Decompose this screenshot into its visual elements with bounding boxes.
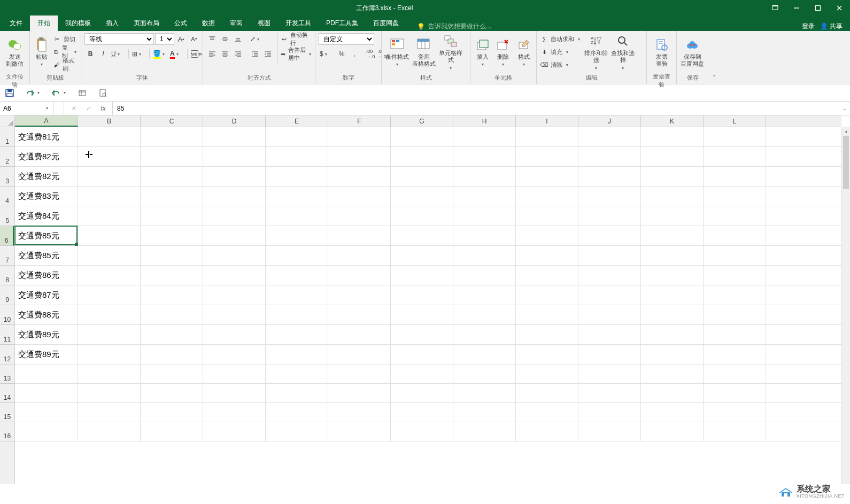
cell-F4[interactable]	[328, 187, 391, 206]
copy-button[interactable]: ⧉复制 ▾	[53, 46, 78, 58]
tab-developer[interactable]: 开发工具	[278, 15, 319, 31]
cell-C9[interactable]	[141, 285, 203, 305]
column-header-H[interactable]: H	[453, 115, 516, 127]
row-header-3[interactable]: 3	[0, 167, 14, 187]
tab-view[interactable]: 视图	[250, 15, 278, 31]
cell-K7[interactable]	[641, 246, 704, 265]
cell-F13[interactable]	[328, 365, 391, 383]
cell-G12[interactable]	[391, 345, 453, 364]
cell-L6[interactable]	[704, 226, 766, 245]
cell-L2[interactable]	[704, 147, 766, 166]
column-header-B[interactable]: B	[78, 115, 141, 127]
cell-E14[interactable]	[266, 384, 328, 402]
cell-B9[interactable]	[78, 285, 141, 305]
cell-D10[interactable]	[203, 305, 266, 324]
cell-E6[interactable]	[266, 226, 328, 245]
insert-cells-button[interactable]: 插入▾	[474, 33, 492, 72]
cell-B8[interactable]	[78, 266, 141, 285]
cell-I14[interactable]	[516, 384, 578, 402]
table-format-button[interactable]: 套用 表格格式	[412, 33, 436, 72]
cell-G5[interactable]	[391, 206, 453, 226]
cell-F14[interactable]	[328, 384, 391, 402]
cell-H2[interactable]	[453, 147, 516, 166]
cell-J3[interactable]	[578, 167, 641, 186]
column-header-E[interactable]: E	[266, 115, 328, 127]
cell-I3[interactable]	[516, 167, 578, 186]
cell-J9[interactable]	[578, 285, 641, 305]
name-box[interactable]	[0, 105, 43, 112]
cell-J15[interactable]	[578, 403, 641, 422]
delete-cells-button[interactable]: 删除▾	[494, 33, 512, 72]
cell-L1[interactable]	[704, 127, 766, 146]
font-size-select[interactable]: 14	[155, 33, 174, 45]
cell-E8[interactable]	[266, 266, 328, 285]
cell-G13[interactable]	[391, 365, 453, 383]
cells-area[interactable]: 交通费81元交通费82元交通费82元交通费83元交通费84元交通费85元交通费8…	[15, 127, 841, 484]
cell-C1[interactable]	[141, 127, 203, 146]
scroll-thumb[interactable]	[843, 136, 849, 189]
cell-E5[interactable]	[266, 206, 328, 226]
cell-I10[interactable]	[516, 305, 578, 324]
tab-file[interactable]: 文件	[2, 15, 30, 31]
column-header-C[interactable]: C	[141, 115, 203, 127]
row-header-7[interactable]: 7	[0, 246, 14, 266]
cell-B11[interactable]	[78, 325, 141, 344]
row-header-2[interactable]: 2	[0, 147, 14, 167]
cell-F2[interactable]	[328, 147, 391, 166]
invoice-check-button[interactable]: 发票 查验	[650, 33, 673, 72]
cut-button[interactable]: ✂剪切	[53, 33, 78, 45]
cell-D8[interactable]	[203, 266, 266, 285]
cell-I11[interactable]	[516, 325, 578, 344]
undo-button[interactable]	[51, 88, 61, 98]
tab-insert[interactable]: 插入	[98, 15, 126, 31]
cell-C12[interactable]	[141, 345, 203, 364]
name-box-dropdown[interactable]: ▾	[43, 106, 51, 111]
tab-layout[interactable]: 页面布局	[126, 15, 167, 31]
cell-J10[interactable]	[578, 305, 641, 324]
touch-mode-button[interactable]	[77, 88, 88, 98]
cell-G14[interactable]	[391, 384, 453, 402]
align-right-button[interactable]	[232, 48, 244, 60]
redo-dropdown[interactable]: ▾	[36, 90, 41, 95]
tab-review[interactable]: 审阅	[222, 15, 250, 31]
cell-C3[interactable]	[141, 167, 203, 186]
close-button[interactable]	[829, 0, 850, 16]
column-header-D[interactable]: D	[203, 115, 266, 127]
bold-button[interactable]: B	[84, 48, 96, 60]
column-header-I[interactable]: I	[516, 115, 578, 127]
cell-F5[interactable]	[328, 206, 391, 226]
cell-K10[interactable]	[641, 305, 704, 324]
cell-A2[interactable]: 交通费82元	[15, 147, 78, 166]
cell-J11[interactable]	[578, 325, 641, 344]
cell-J1[interactable]	[578, 127, 641, 146]
wrap-text-button[interactable]: ↩自动换行	[281, 33, 312, 45]
cell-A1[interactable]: 交通费81元	[15, 127, 78, 146]
cell-F8[interactable]	[328, 266, 391, 285]
cell-A9[interactable]: 交通费87元	[15, 285, 78, 305]
cell-F9[interactable]	[328, 285, 391, 305]
cell-H10[interactable]	[453, 305, 516, 324]
cell-K6[interactable]	[641, 226, 704, 245]
cell-K13[interactable]	[641, 365, 704, 383]
cell-L14[interactable]	[704, 384, 766, 402]
align-middle-button[interactable]	[219, 33, 231, 45]
cell-J12[interactable]	[578, 345, 641, 364]
cell-E11[interactable]	[266, 325, 328, 344]
border-button[interactable]: ⊞▾	[131, 48, 147, 60]
cell-H15[interactable]	[453, 403, 516, 422]
cell-G6[interactable]	[391, 226, 453, 245]
cell-I8[interactable]	[516, 266, 578, 285]
align-bottom-button[interactable]	[232, 33, 244, 45]
cell-D2[interactable]	[203, 147, 266, 166]
cell-D16[interactable]	[203, 422, 266, 441]
cell-C10[interactable]	[141, 305, 203, 324]
cell-I4[interactable]	[516, 187, 578, 206]
cell-A6[interactable]: 交通费85元	[15, 226, 78, 245]
cell-D4[interactable]	[203, 187, 266, 206]
cell-G8[interactable]	[391, 266, 453, 285]
cell-H1[interactable]	[453, 127, 516, 146]
cell-L10[interactable]	[704, 305, 766, 324]
row-header-16[interactable]: 16	[0, 422, 14, 441]
insert-function-button[interactable]: fx	[98, 105, 108, 112]
cell-K8[interactable]	[641, 266, 704, 285]
